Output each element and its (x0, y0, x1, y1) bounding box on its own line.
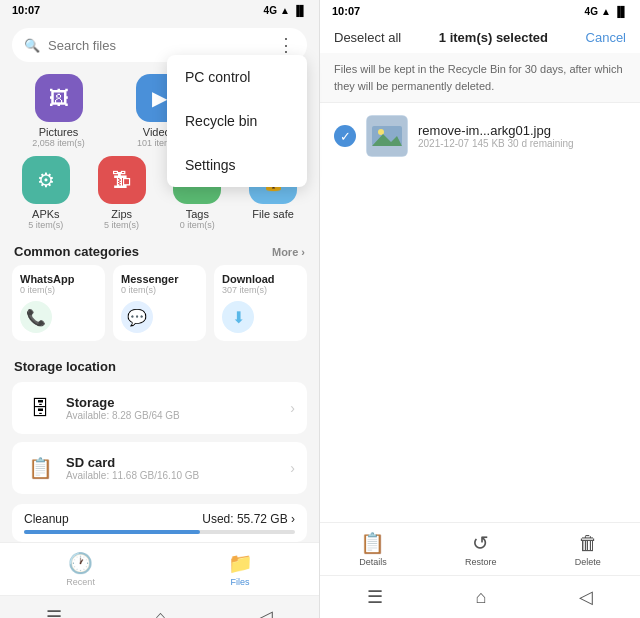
dropdown-menu: PC control Recycle bin Settings (167, 55, 307, 187)
messenger-sub: 0 item(s) (121, 285, 156, 295)
deselect-all-button[interactable]: Deselect all (334, 30, 401, 45)
right-wifi-icon: ▲ (601, 6, 611, 17)
nav-item-recent[interactable]: 🕐 Recent (66, 551, 95, 587)
right-time: 10:07 (332, 5, 360, 17)
messenger-icon: 💬 (121, 301, 153, 333)
right-signal: 4G (585, 6, 598, 17)
right-nav-details[interactable]: 📋 Details (359, 531, 387, 567)
grid-item-zips[interactable]: 🗜 Zips 5 item(s) (88, 156, 156, 230)
left-panel: 10:07 4G ▲ ▐▌ 🔍 ⋮ PC control Recycle bin… (0, 0, 320, 618)
bottom-nav: 🕐 Recent 📁 Files (0, 542, 319, 595)
delete-icon: 🗑 (578, 532, 598, 555)
cleanup-bar[interactable]: Cleanup Used: 55.72 GB › (12, 504, 307, 542)
file-meta: 2021-12-07 145 KB 30 d remaining (418, 138, 626, 149)
right-nav-delete[interactable]: 🗑 Delete (575, 532, 601, 567)
recycle-notice: Files will be kept in the Recycle Bin fo… (320, 53, 640, 103)
left-time: 10:07 (12, 4, 40, 16)
grid-item-pictures[interactable]: 🖼 Pictures 2,058 item(s) (25, 74, 93, 148)
cleanup-label: Cleanup (24, 512, 69, 526)
files-nav-icon: 📁 (228, 551, 253, 575)
storage-internal-name: Storage (66, 395, 280, 410)
right-nav-restore[interactable]: ↺ Restore (465, 531, 497, 567)
file-item[interactable]: ✓ remove-im...arkg01.jpg 2021-12-07 145 … (320, 103, 640, 169)
more-options-icon[interactable]: ⋮ (277, 34, 295, 56)
left-home-btn[interactable]: ⌂ (135, 603, 186, 619)
left-wifi-icon: ▲ (280, 5, 290, 16)
apks-icon: ⚙ (22, 156, 70, 204)
left-signal: 4G (264, 5, 277, 16)
nav-item-files[interactable]: 📁 Files (228, 551, 253, 587)
right-home-btn[interactable]: ⌂ (456, 583, 507, 612)
storage-sdcard-icon: 📋 (24, 452, 56, 484)
pictures-sub: 2,058 item(s) (32, 138, 85, 148)
dropdown-item-pc-control[interactable]: PC control (167, 55, 307, 99)
messenger-label: Messenger (121, 273, 178, 285)
dropdown-item-recycle-bin[interactable]: Recycle bin (167, 99, 307, 143)
dropdown-item-settings[interactable]: Settings (167, 143, 307, 187)
restore-label: Restore (465, 557, 497, 567)
search-icon: 🔍 (24, 38, 40, 53)
right-bottom-nav: 📋 Details ↺ Restore 🗑 Delete (320, 522, 640, 575)
whatsapp-icon: 📞 (20, 301, 52, 333)
whatsapp-sub: 0 item(s) (20, 285, 55, 295)
storage-sdcard-info: SD card Available: 11.68 GB/16.10 GB (66, 455, 280, 481)
common-row: WhatsApp 0 item(s) 📞 Messenger 0 item(s)… (0, 265, 319, 349)
zips-label: Zips (111, 208, 132, 220)
apks-label: APKs (32, 208, 60, 220)
file-check-icon: ✓ (334, 125, 356, 147)
tags-label: Tags (186, 208, 209, 220)
storage-internal-avail: Available: 8.28 GB/64 GB (66, 410, 280, 421)
storage-internal-icon: 🗄 (24, 392, 56, 424)
selected-count: 1 item(s) selected (439, 30, 548, 45)
storage-internal[interactable]: 🗄 Storage Available: 8.28 GB/64 GB › (12, 382, 307, 434)
storage-sdcard-chevron: › (290, 460, 295, 476)
common-item-download[interactable]: Download 307 item(s) ⬇ (214, 265, 307, 341)
left-back-btn[interactable]: ◁ (239, 602, 293, 618)
search-input[interactable] (48, 38, 269, 53)
download-sub: 307 item(s) (222, 285, 267, 295)
apks-sub: 5 item(s) (28, 220, 63, 230)
pictures-label: Pictures (39, 126, 79, 138)
download-icon: ⬇ (222, 301, 254, 333)
recent-nav-icon: 🕐 (68, 551, 93, 575)
right-system-nav: ☰ ⌂ ◁ (320, 575, 640, 618)
cancel-button[interactable]: Cancel (586, 30, 626, 45)
common-categories-more[interactable]: More › (272, 246, 305, 258)
left-system-nav: ☰ ⌂ ◁ (0, 595, 319, 618)
right-header: Deselect all 1 item(s) selected Cancel (320, 22, 640, 53)
file-thumbnail (366, 115, 408, 157)
details-icon: 📋 (360, 531, 385, 555)
right-panel: 10:07 4G ▲ ▐▌ Deselect all 1 item(s) sel… (320, 0, 640, 618)
cleanup-progress-fill (24, 530, 200, 534)
storage-section: 🗄 Storage Available: 8.28 GB/64 GB › 📋 S… (0, 380, 319, 504)
files-nav-label: Files (231, 577, 250, 587)
storage-internal-info: Storage Available: 8.28 GB/64 GB (66, 395, 280, 421)
grid-item-apks[interactable]: ⚙ APKs 5 item(s) (12, 156, 80, 230)
common-categories-section: Common categories More › (0, 234, 319, 265)
right-menu-btn[interactable]: ☰ (347, 582, 403, 612)
common-item-messenger[interactable]: Messenger 0 item(s) 💬 (113, 265, 206, 341)
tags-sub: 0 item(s) (180, 220, 215, 230)
whatsapp-label: WhatsApp (20, 273, 74, 285)
storage-sdcard[interactable]: 📋 SD card Available: 11.68 GB/16.10 GB › (12, 442, 307, 494)
storage-sdcard-avail: Available: 11.68 GB/16.10 GB (66, 470, 280, 481)
right-status-bar: 10:07 4G ▲ ▐▌ (320, 0, 640, 22)
right-battery-icon: ▐▌ (614, 6, 628, 17)
left-menu-btn[interactable]: ☰ (26, 602, 82, 618)
cleanup-progress-bar (24, 530, 295, 534)
cleanup-used: Used: 55.72 GB › (202, 512, 295, 526)
recent-nav-label: Recent (66, 577, 95, 587)
restore-icon: ↺ (472, 531, 489, 555)
pictures-icon: 🖼 (35, 74, 83, 122)
storage-section-title: Storage location (0, 349, 319, 380)
storage-sdcard-name: SD card (66, 455, 280, 470)
right-back-btn[interactable]: ◁ (559, 582, 613, 612)
zips-icon: 🗜 (98, 156, 146, 204)
common-item-whatsapp[interactable]: WhatsApp 0 item(s) 📞 (12, 265, 105, 341)
left-status-bar: 10:07 4G ▲ ▐▌ (0, 0, 319, 20)
common-categories-title: Common categories (14, 244, 139, 259)
filesafe-label: File safe (252, 208, 294, 220)
storage-internal-chevron: › (290, 400, 295, 416)
left-battery-icon: ▐▌ (293, 5, 307, 16)
zips-sub: 5 item(s) (104, 220, 139, 230)
